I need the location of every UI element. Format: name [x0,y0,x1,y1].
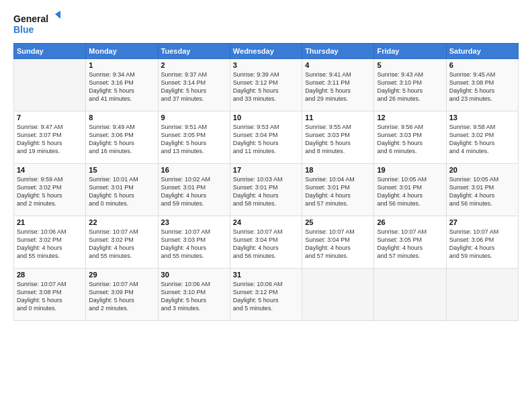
day-number: 10 [233,113,299,122]
cell-content: Sunrise: 9:37 AM Sunset: 3:14 PM Dayligh… [161,71,227,103]
cell-content: Sunrise: 10:07 AM Sunset: 3:04 PM Daylig… [305,228,371,261]
day-number: 4 [305,61,371,69]
calendar-cell: 17Sunrise: 10:03 AM Sunset: 3:01 PM Dayl… [230,164,302,216]
calendar-cell: 8Sunrise: 9:49 AM Sunset: 3:06 PM Daylig… [86,111,158,164]
calendar-cell: 21Sunrise: 10:06 AM Sunset: 3:02 PM Dayl… [14,216,86,269]
day-number: 28 [17,271,83,279]
day-number: 15 [89,166,154,174]
cell-content: Sunrise: 10:05 AM Sunset: 3:01 PM Daylig… [377,175,443,208]
cell-content: Sunrise: 10:07 AM Sunset: 3:08 PM Daylig… [17,280,83,313]
day-number: 9 [161,113,227,122]
calendar-cell: 24Sunrise: 10:07 AM Sunset: 3:04 PM Dayl… [230,216,302,269]
cell-content: Sunrise: 9:49 AM Sunset: 3:06 PM Dayligh… [89,123,154,156]
calendar-cell: 13Sunrise: 9:58 AM Sunset: 3:02 PM Dayli… [446,111,518,164]
cell-content: Sunrise: 10:07 AM Sunset: 3:04 PM Daylig… [233,228,299,261]
calendar-cell: 18Sunrise: 10:04 AM Sunset: 3:01 PM Dayl… [302,164,374,216]
day-number: 13 [449,113,515,122]
calendar-cell: 11Sunrise: 9:55 AM Sunset: 3:03 PM Dayli… [302,111,374,164]
calendar-cell: 25Sunrise: 10:07 AM Sunset: 3:04 PM Dayl… [302,216,374,269]
calendar-cell: 4Sunrise: 9:41 AM Sunset: 3:11 PM Daylig… [302,59,374,111]
day-number: 19 [377,166,443,174]
cell-content: Sunrise: 9:58 AM Sunset: 3:02 PM Dayligh… [449,123,515,156]
header-day: Friday [374,44,446,59]
calendar-cell: 7Sunrise: 9:47 AM Sunset: 3:07 PM Daylig… [14,111,86,164]
day-number: 2 [161,61,227,69]
calendar-cell: 15Sunrise: 10:01 AM Sunset: 3:01 PM Dayl… [86,164,158,216]
calendar-row: 1Sunrise: 9:34 AM Sunset: 3:16 PM Daylig… [14,59,519,111]
cell-content: Sunrise: 9:45 AM Sunset: 3:08 PM Dayligh… [449,71,515,103]
header-day: Thursday [302,44,374,59]
cell-content: Sunrise: 9:34 AM Sunset: 3:16 PM Dayligh… [89,71,154,103]
calendar-cell [446,269,518,321]
day-number: 8 [89,113,154,122]
cell-content: Sunrise: 10:01 AM Sunset: 3:01 PM Daylig… [89,175,154,208]
calendar-cell: 14Sunrise: 9:59 AM Sunset: 3:02 PM Dayli… [14,164,86,216]
calendar-cell: 1Sunrise: 9:34 AM Sunset: 3:16 PM Daylig… [86,59,158,111]
calendar-table: SundayMondayTuesdayWednesdayThursdayFrid… [13,43,519,321]
cell-content: Sunrise: 10:06 AM Sunset: 3:10 PM Daylig… [161,280,227,313]
calendar-cell [14,59,86,111]
day-number: 3 [233,61,299,69]
day-number: 27 [449,218,515,226]
calendar-cell [302,269,374,321]
cell-content: Sunrise: 10:07 AM Sunset: 3:05 PM Daylig… [377,228,443,261]
day-number: 16 [161,166,227,174]
cell-content: Sunrise: 10:06 AM Sunset: 3:02 PM Daylig… [17,228,83,261]
header-row: SundayMondayTuesdayWednesdayThursdayFrid… [14,44,519,59]
cell-content: Sunrise: 10:07 AM Sunset: 3:03 PM Daylig… [161,228,227,261]
day-number: 31 [233,271,299,279]
day-number: 18 [305,166,371,174]
calendar-cell: 22Sunrise: 10:07 AM Sunset: 3:02 PM Dayl… [86,216,158,269]
header-day: Monday [86,44,158,59]
day-number: 17 [233,166,299,174]
header-day: Saturday [446,44,518,59]
calendar-cell: 26Sunrise: 10:07 AM Sunset: 3:05 PM Dayl… [374,216,446,269]
cell-content: Sunrise: 9:39 AM Sunset: 3:12 PM Dayligh… [233,71,299,103]
cell-content: Sunrise: 9:53 AM Sunset: 3:04 PM Dayligh… [233,123,299,156]
calendar-cell: 20Sunrise: 10:05 AM Sunset: 3:01 PM Dayl… [446,164,518,216]
calendar-row: 7Sunrise: 9:47 AM Sunset: 3:07 PM Daylig… [14,111,519,164]
calendar-cell: 10Sunrise: 9:53 AM Sunset: 3:04 PM Dayli… [230,111,302,164]
calendar-cell: 27Sunrise: 10:07 AM Sunset: 3:06 PM Dayl… [446,216,518,269]
cell-content: Sunrise: 9:47 AM Sunset: 3:07 PM Dayligh… [17,123,83,156]
cell-content: Sunrise: 10:02 AM Sunset: 3:01 PM Daylig… [161,175,227,208]
day-number: 29 [89,271,154,279]
logo: General Blue [13,11,60,38]
day-number: 22 [89,218,154,226]
calendar-row: 28Sunrise: 10:07 AM Sunset: 3:08 PM Dayl… [14,269,519,321]
calendar-cell: 19Sunrise: 10:05 AM Sunset: 3:01 PM Dayl… [374,164,446,216]
logo-svg: General Blue [13,11,60,38]
header-day: Tuesday [158,44,230,59]
day-number: 21 [17,218,83,226]
calendar-cell: 12Sunrise: 9:56 AM Sunset: 3:03 PM Dayli… [374,111,446,164]
calendar-cell: 9Sunrise: 9:51 AM Sunset: 3:05 PM Daylig… [158,111,230,164]
calendar-row: 14Sunrise: 9:59 AM Sunset: 3:02 PM Dayli… [14,164,519,216]
calendar-cell: 2Sunrise: 9:37 AM Sunset: 3:14 PM Daylig… [158,59,230,111]
cell-content: Sunrise: 10:07 AM Sunset: 3:09 PM Daylig… [89,280,154,313]
header-day: Sunday [14,44,86,59]
day-number: 5 [377,61,443,69]
calendar-cell: 16Sunrise: 10:02 AM Sunset: 3:01 PM Dayl… [158,164,230,216]
day-number: 1 [89,61,154,69]
day-number: 6 [449,61,515,69]
day-number: 14 [17,166,83,174]
page: General Blue SundayMondayTuesdayWednesda… [0,0,532,411]
day-number: 11 [305,113,371,122]
calendar-cell: 28Sunrise: 10:07 AM Sunset: 3:08 PM Dayl… [14,269,86,321]
cell-content: Sunrise: 9:43 AM Sunset: 3:10 PM Dayligh… [377,71,443,103]
calendar-cell: 5Sunrise: 9:43 AM Sunset: 3:10 PM Daylig… [374,59,446,111]
day-number: 23 [161,218,227,226]
cell-content: Sunrise: 9:51 AM Sunset: 3:05 PM Dayligh… [161,123,227,156]
calendar-body: 1Sunrise: 9:34 AM Sunset: 3:16 PM Daylig… [14,59,519,321]
calendar-cell [374,269,446,321]
day-number: 12 [377,113,443,122]
svg-text:Blue: Blue [13,24,34,35]
calendar-cell: 3Sunrise: 9:39 AM Sunset: 3:12 PM Daylig… [230,59,302,111]
day-number: 30 [161,271,227,279]
day-number: 7 [17,113,83,122]
day-number: 24 [233,218,299,226]
cell-content: Sunrise: 9:41 AM Sunset: 3:11 PM Dayligh… [305,71,371,103]
cell-content: Sunrise: 10:07 AM Sunset: 3:06 PM Daylig… [449,228,515,261]
calendar-header: SundayMondayTuesdayWednesdayThursdayFrid… [14,44,519,59]
cell-content: Sunrise: 10:05 AM Sunset: 3:01 PM Daylig… [449,175,515,208]
